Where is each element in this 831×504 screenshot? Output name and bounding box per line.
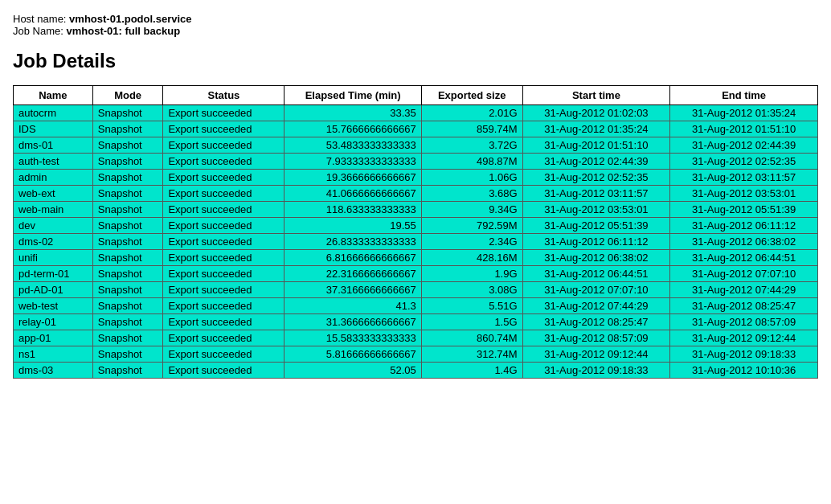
table-cell: 1.4G — [421, 363, 522, 379]
table-cell: ns1 — [14, 346, 93, 363]
table-cell: 19.3666666666667 — [285, 170, 421, 186]
table-cell: 31.3666666666667 — [285, 314, 421, 330]
col-exported: Exported size — [421, 86, 522, 105]
table-cell: 9.34G — [421, 202, 522, 218]
table-cell: Export succeeded — [163, 314, 285, 330]
table-cell: Export succeeded — [163, 363, 285, 379]
job-value: vmhost-01: full backup — [67, 25, 181, 37]
table-row: pd-term-01SnapshotExport succeeded22.316… — [14, 266, 818, 282]
table-cell: 31-Aug-2012 08:57:09 — [670, 314, 818, 330]
table-cell: 31-Aug-2012 09:12:44 — [522, 346, 670, 363]
table-cell: 792.59M — [421, 218, 522, 234]
table-cell: 31-Aug-2012 08:57:09 — [522, 330, 670, 346]
table-cell: 52.05 — [285, 363, 421, 379]
table-cell: dev — [14, 218, 93, 234]
table-row: web-testSnapshotExport succeeded41.35.51… — [14, 298, 818, 314]
table-cell: 31-Aug-2012 08:25:47 — [522, 314, 670, 330]
table-row: web-extSnapshotExport succeeded41.066666… — [14, 186, 818, 202]
col-elapsed: Elapsed Time (min) — [285, 86, 421, 105]
table-cell: 22.3166666666667 — [285, 266, 421, 282]
table-row: dms-01SnapshotExport succeeded53.4833333… — [14, 137, 818, 154]
table-cell: Export succeeded — [163, 105, 285, 121]
table-row: auth-testSnapshotExport succeeded7.93333… — [14, 154, 818, 170]
table-cell: 312.74M — [421, 346, 522, 363]
table-cell: 31-Aug-2012 01:02:03 — [522, 105, 670, 121]
table-cell: Export succeeded — [163, 346, 285, 363]
table-cell: web-test — [14, 298, 93, 314]
table-cell: Export succeeded — [163, 282, 285, 298]
table-cell: 31-Aug-2012 01:51:10 — [522, 137, 670, 154]
table-row: devSnapshotExport succeeded19.55792.59M3… — [14, 218, 818, 234]
table-cell: 3.72G — [421, 137, 522, 154]
col-name: Name — [14, 86, 93, 105]
table-cell: Snapshot — [92, 137, 163, 154]
table-cell: Export succeeded — [163, 234, 285, 250]
table-cell: 428.16M — [421, 250, 522, 266]
table-cell: 7.93333333333333 — [285, 154, 421, 170]
table-cell: Export succeeded — [163, 121, 285, 137]
table-cell: 19.55 — [285, 218, 421, 234]
table-cell: 15.5833333333333 — [285, 330, 421, 346]
table-cell: 31-Aug-2012 06:38:02 — [670, 234, 818, 250]
table-row: adminSnapshotExport succeeded19.36666666… — [14, 170, 818, 186]
table-cell: Snapshot — [92, 186, 163, 202]
host-value: vmhost-01.podol.service — [69, 13, 191, 25]
table-row: web-mainSnapshotExport succeeded118.6333… — [14, 202, 818, 218]
table-cell: app-01 — [14, 330, 93, 346]
job-details-table: Name Mode Status Elapsed Time (min) Expo… — [13, 85, 818, 379]
table-cell: 31-Aug-2012 07:07:10 — [522, 282, 670, 298]
table-cell: Snapshot — [92, 266, 163, 282]
table-cell: Snapshot — [92, 330, 163, 346]
table-row: ns1SnapshotExport succeeded5.81666666666… — [14, 346, 818, 363]
table-row: app-01SnapshotExport succeeded15.5833333… — [14, 330, 818, 346]
table-cell: Export succeeded — [163, 170, 285, 186]
table-cell: 2.34G — [421, 234, 522, 250]
table-cell: 26.8333333333333 — [285, 234, 421, 250]
table-cell: 31-Aug-2012 09:18:33 — [522, 363, 670, 379]
table-cell: 1.06G — [421, 170, 522, 186]
table-cell: 31-Aug-2012 10:10:36 — [670, 363, 818, 379]
table-header-row: Name Mode Status Elapsed Time (min) Expo… — [14, 86, 818, 105]
table-cell: 31-Aug-2012 02:52:35 — [522, 170, 670, 186]
host-label: Host name: — [13, 13, 66, 25]
table-cell: 31-Aug-2012 05:51:39 — [670, 202, 818, 218]
table-cell: pd-term-01 — [14, 266, 93, 282]
table-cell: 5.81666666666667 — [285, 346, 421, 363]
table-cell: Snapshot — [92, 282, 163, 298]
table-cell: pd-AD-01 — [14, 282, 93, 298]
table-row: dms-02SnapshotExport succeeded26.8333333… — [14, 234, 818, 250]
table-cell: Export succeeded — [163, 218, 285, 234]
table-cell: 31-Aug-2012 06:44:51 — [522, 266, 670, 282]
table-cell: 1.5G — [421, 314, 522, 330]
table-cell: 41.3 — [285, 298, 421, 314]
col-start: Start time — [522, 86, 670, 105]
table-cell: 31-Aug-2012 06:11:12 — [670, 218, 818, 234]
table-cell: Snapshot — [92, 314, 163, 330]
table-cell: 31-Aug-2012 07:07:10 — [670, 266, 818, 282]
table-cell: Snapshot — [92, 154, 163, 170]
table-cell: 53.4833333333333 — [285, 137, 421, 154]
table-cell: Export succeeded — [163, 266, 285, 282]
table-cell: Export succeeded — [163, 298, 285, 314]
table-cell: 41.0666666666667 — [285, 186, 421, 202]
table-cell: 2.01G — [421, 105, 522, 121]
col-mode: Mode — [92, 86, 163, 105]
table-cell: admin — [14, 170, 93, 186]
table-cell: 33.35 — [285, 105, 421, 121]
table-cell: Snapshot — [92, 218, 163, 234]
table-cell: 31-Aug-2012 02:52:35 — [670, 154, 818, 170]
table-cell: 31-Aug-2012 03:53:01 — [522, 202, 670, 218]
table-cell: 31-Aug-2012 06:38:02 — [522, 250, 670, 266]
table-cell: Snapshot — [92, 363, 163, 379]
table-row: relay-01SnapshotExport succeeded31.36666… — [14, 314, 818, 330]
table-cell: 31-Aug-2012 05:51:39 — [522, 218, 670, 234]
table-cell: 860.74M — [421, 330, 522, 346]
table-cell: 31-Aug-2012 03:11:57 — [670, 170, 818, 186]
table-cell: auth-test — [14, 154, 93, 170]
table-cell: 31-Aug-2012 01:35:24 — [522, 121, 670, 137]
table-row: IDSSnapshotExport succeeded15.7666666666… — [14, 121, 818, 137]
table-cell: web-main — [14, 202, 93, 218]
table-row: dms-03SnapshotExport succeeded52.051.4G3… — [14, 363, 818, 379]
table-cell: 31-Aug-2012 03:11:57 — [522, 186, 670, 202]
table-cell: Snapshot — [92, 202, 163, 218]
